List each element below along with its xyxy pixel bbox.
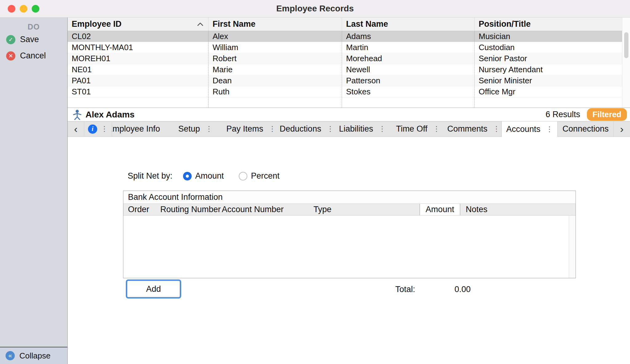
tab-handle-icon[interactable]: ⋮ — [165, 125, 168, 133]
save-label: Save — [20, 35, 39, 44]
tab-comments[interactable]: Comments ⋮ — [446, 121, 501, 136]
tab-handle-icon[interactable]: ⋮ — [205, 125, 213, 133]
bank-table-scrollbar[interactable] — [569, 216, 576, 278]
percent-radio[interactable] — [239, 172, 247, 180]
tab-handle-icon[interactable]: ⋮ — [269, 125, 276, 133]
cancel-label: Cancel — [20, 51, 46, 61]
employee-table: Employee ID First Name Last Name Positio… — [68, 18, 630, 108]
employee-table-header: Employee ID First Name Last Name Positio… — [68, 18, 622, 31]
tab-setup[interactable]: Setup ⋮ — [168, 121, 223, 136]
titlebar: Employee Records — [0, 0, 630, 18]
employee-rows: CL02 Alex Adams Musician MONTHLY-MA01 Wi… — [68, 31, 622, 107]
collapse-sidebar-button[interactable]: « Collapse — [0, 347, 67, 364]
close-window-button[interactable] — [8, 5, 15, 13]
tab-handle-icon[interactable]: ⋮ — [546, 126, 553, 133]
sidebar-header: DO — [0, 22, 67, 31]
total-value: 0.00 — [431, 285, 471, 294]
bank-table-body — [123, 216, 576, 278]
employee-records-window: { "window": { "title": "Employee Records… — [0, 0, 630, 364]
record-bar: Alex Adams 6 Results Filtered — [68, 108, 630, 121]
tab-connections[interactable]: Connections — [558, 121, 613, 136]
percent-radio-label[interactable]: Percent — [251, 171, 280, 181]
window-title: Employee Records — [0, 0, 630, 17]
amount-radio-label[interactable]: Amount — [195, 171, 224, 181]
accounts-tab-content: Split Net by: Amount Percent Bank Accoun… — [68, 137, 630, 364]
tab-bar: ‹ i ⋮ Employee Info ⋮ Setup ⋮ Pay Items … — [68, 121, 630, 137]
bank-panel-title: Bank Account Information — [123, 191, 576, 204]
table-row[interactable]: CL02 Alex Adams Musician — [68, 31, 622, 42]
column-header-account-number[interactable]: Account Number — [222, 204, 284, 215]
cancel-x-icon: ✕ — [6, 51, 15, 61]
scrollbar-thumb[interactable] — [624, 32, 628, 58]
tab-liabilities[interactable]: Liabilities ⋮ — [335, 121, 390, 136]
tab-handle-icon[interactable]: ⋮ — [327, 125, 334, 133]
main-area: Employee ID First Name Last Name Positio… — [68, 18, 630, 364]
tab-time-off[interactable]: Time Off ⋮ — [390, 121, 446, 136]
filtered-badge[interactable]: Filtered — [587, 108, 627, 121]
table-row[interactable]: NE01 Marie Newell Nursery Attendant — [68, 64, 622, 75]
tab-accounts[interactable]: Accounts ⋮ — [501, 121, 558, 137]
tab-scroll-right-button[interactable]: › — [613, 121, 630, 136]
tab-handle-icon[interactable]: ⋮ — [493, 125, 500, 133]
column-header-last-name[interactable]: Last Name — [342, 18, 475, 31]
column-header-routing-number[interactable]: Routing Number — [160, 204, 221, 215]
sort-ascending-icon — [197, 22, 203, 26]
tab-handle-icon[interactable]: ⋮ — [379, 125, 386, 133]
table-row[interactable]: ST01 Ruth Stokes Office Mgr — [68, 86, 622, 97]
save-button[interactable]: ✓ Save — [0, 31, 67, 48]
tab-scroll-left-button[interactable]: ‹ — [68, 121, 84, 136]
save-check-icon: ✓ — [6, 35, 15, 44]
results-count: 6 Results — [546, 110, 580, 119]
column-header-position[interactable]: Position/Title — [475, 18, 622, 31]
tab-handle-icon[interactable]: ⋮ — [101, 125, 108, 133]
table-row[interactable]: PA01 Dean Patterson Senior Minister — [68, 75, 622, 86]
minimize-window-button[interactable] — [20, 5, 27, 13]
column-header-order[interactable]: Order — [128, 204, 149, 215]
column-header-employee-id[interactable]: Employee ID — [68, 18, 209, 31]
cancel-button[interactable]: ✕ Cancel — [0, 48, 67, 64]
column-header-amount[interactable]: Amount — [420, 204, 460, 215]
split-net-row: Split Net by: Amount Percent — [128, 171, 280, 181]
column-header-type[interactable]: Type — [313, 204, 332, 215]
info-icon: i — [88, 125, 97, 134]
selected-record-name: Alex Adams — [86, 110, 134, 120]
person-icon — [73, 109, 82, 120]
tab-info[interactable]: i ⋮ — [84, 121, 112, 136]
table-row[interactable]: MOREH01 Robert Morehead Senior Pastor — [68, 53, 622, 64]
column-header-first-name[interactable]: First Name — [209, 18, 342, 31]
tab-employee-info[interactable]: Employee Info ⋮ — [112, 121, 168, 136]
sidebar: DO ✓ Save ✕ Cancel « Collapse — [0, 18, 68, 364]
table-scrollbar[interactable] — [622, 18, 630, 108]
bank-table-header: Order Routing Number Account Number Type… — [123, 204, 576, 216]
split-net-label: Split Net by: — [128, 171, 173, 181]
collapse-label: Collapse — [19, 351, 50, 361]
table-row[interactable]: MONTHLY-MA01 William Martin Custodian — [68, 42, 622, 53]
bank-account-panel: Bank Account Information Order Routing N… — [123, 191, 576, 278]
zoom-window-button[interactable] — [32, 5, 39, 13]
column-header-notes[interactable]: Notes — [466, 204, 488, 215]
add-account-button[interactable]: Add — [127, 281, 180, 297]
table-empty-area — [68, 97, 622, 107]
total-label: Total: — [395, 285, 415, 294]
collapse-chevron-icon: « — [6, 351, 15, 360]
tab-handle-icon[interactable]: ⋮ — [433, 125, 440, 133]
tab-pay-items[interactable]: Pay Items ⋮ — [223, 121, 279, 136]
amount-radio[interactable] — [183, 172, 192, 180]
tab-deductions[interactable]: Deductions ⋮ — [279, 121, 335, 136]
